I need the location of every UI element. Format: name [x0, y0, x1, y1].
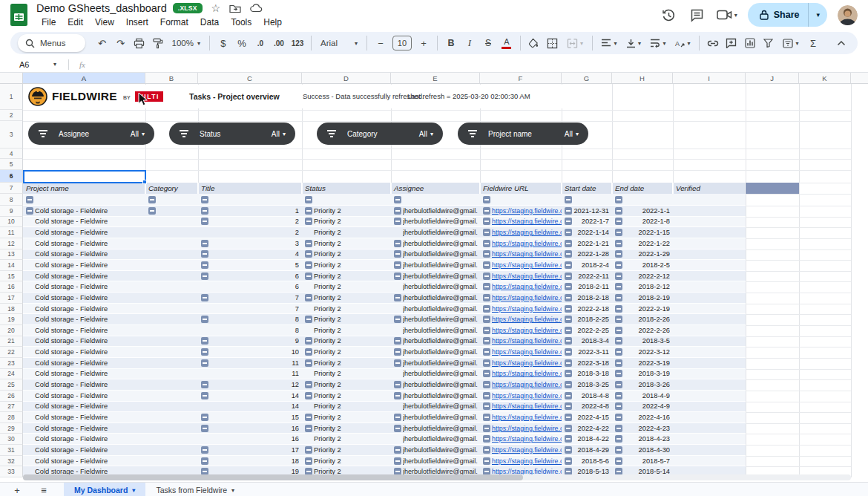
- row-header-2[interactable]: 2: [0, 110, 23, 121]
- cell-chip-button[interactable]: [148, 196, 156, 203]
- cell-status[interactable]: Priority 2: [314, 347, 388, 357]
- filter-chip-project-name[interactable]: Project nameAll▾: [458, 123, 588, 145]
- cell-start-date[interactable]: 2018-3-25: [562, 379, 609, 390]
- cell-start-date[interactable]: 2018-4-22: [562, 434, 609, 444]
- strikethrough-button[interactable]: S: [479, 34, 497, 52]
- table-row[interactable]: Cold storage - Fieldwire7Priority 2jherb…: [23, 304, 746, 315]
- cell-fieldwire-url[interactable]: https://staging.fieldwire.c: [492, 260, 562, 270]
- cell-title[interactable]: 8: [198, 325, 299, 336]
- cell-start-date[interactable]: 2022-1-14: [562, 227, 609, 238]
- cell-project-name[interactable]: Cold storage - Fieldwire: [35, 423, 145, 434]
- cell-chip-button[interactable]: [483, 392, 490, 399]
- cell-title[interactable]: 14: [198, 402, 299, 412]
- undo-button[interactable]: ↶: [93, 34, 111, 52]
- cell-chip-button[interactable]: [305, 207, 312, 215]
- cell-assignee[interactable]: jherbulotfieldwire@gmail.: [403, 293, 480, 303]
- filter-chip-category[interactable]: CategoryAll▾: [317, 123, 443, 145]
- cell-project-name[interactable]: Cold storage - Fieldwire: [35, 325, 145, 336]
- cell-project-name[interactable]: Cold storage - Fieldwire: [35, 391, 145, 401]
- cell-fieldwire-url[interactable]: https://staging.fieldwire.c: [492, 434, 562, 444]
- row-header-3[interactable]: 3: [0, 121, 23, 149]
- row-header-29[interactable]: 29: [0, 423, 23, 434]
- cell-assignee[interactable]: jherbulotfieldwire@gmail.: [403, 304, 480, 314]
- increase-decimals-button[interactable]: .00: [270, 34, 288, 52]
- cell-end-date[interactable]: 2018-2-19: [612, 293, 670, 303]
- cell-fieldwire-url[interactable]: https://staging.fieldwire.c: [492, 358, 562, 368]
- cell-status[interactable]: Priority 2: [314, 379, 388, 390]
- cell-end-date[interactable]: 2018-2-26: [612, 314, 670, 324]
- cell-end-date[interactable]: 2018-5-7: [612, 456, 670, 466]
- cell-status[interactable]: Priority 2: [314, 358, 388, 368]
- cell-status[interactable]: Priority 2: [314, 434, 388, 444]
- cell-chip-button[interactable]: [483, 348, 490, 356]
- cell-fieldwire-url[interactable]: https://staging.fieldwire.c: [492, 281, 562, 292]
- cell-end-date[interactable]: 2022-1-1: [612, 206, 670, 216]
- column-header-K[interactable]: K: [799, 73, 851, 84]
- table-row[interactable]: Cold storage - Fieldwire17Priority 2jher…: [23, 445, 746, 456]
- cell-fieldwire-url[interactable]: https://staging.fieldwire.c: [492, 206, 562, 216]
- menu-item-insert[interactable]: Insert: [121, 16, 154, 28]
- cell-assignee[interactable]: jherbulotfieldwire@gmail.: [403, 217, 480, 227]
- cell-project-name[interactable]: Cold storage - Fieldwire: [35, 281, 145, 292]
- cell-title[interactable]: 12: [198, 379, 299, 390]
- cell-end-date[interactable]: 2018-2-12: [612, 281, 670, 292]
- row-header-23[interactable]: 23: [0, 358, 23, 369]
- cell-end-date[interactable]: 2022-4-23: [612, 423, 670, 434]
- cell-chip-button[interactable]: [305, 337, 312, 345]
- cell-project-name[interactable]: Cold storage - Fieldwire: [35, 336, 145, 347]
- table-header-category[interactable]: Category: [145, 183, 198, 194]
- cell-chip-button[interactable]: [305, 261, 312, 269]
- cell-status[interactable]: Priority 2: [314, 217, 388, 227]
- cell-title[interactable]: 16: [198, 423, 299, 434]
- cell-title[interactable]: 2: [198, 227, 299, 238]
- cell-status[interactable]: Priority 2: [314, 227, 388, 238]
- row-header-30[interactable]: 30: [0, 434, 23, 445]
- filter-chip-value[interactable]: All▾: [272, 130, 286, 138]
- cell-chip-button[interactable]: [483, 250, 490, 258]
- cell-title[interactable]: 4: [198, 249, 299, 260]
- decrease-decimals-button[interactable]: .0: [251, 34, 269, 52]
- cell-fieldwire-url[interactable]: https://staging.fieldwire.c: [492, 227, 562, 238]
- cell-chip-button[interactable]: [483, 261, 490, 269]
- cell-end-date[interactable]: 2022-2-12: [612, 271, 670, 281]
- share-button[interactable]: Share ▾: [748, 3, 827, 27]
- table-row[interactable]: Cold storage - Fieldwire14Priority 2jher…: [23, 402, 746, 413]
- cell-project-name[interactable]: Cold storage - Fieldwire: [35, 379, 145, 390]
- cell-chip-button[interactable]: [305, 425, 312, 432]
- cell-project-name[interactable]: Cold storage - Fieldwire: [35, 260, 145, 270]
- row-header-31[interactable]: 31: [0, 445, 23, 456]
- cell-chip-button[interactable]: [305, 446, 312, 454]
- cell-status[interactable]: Priority 2: [314, 402, 388, 412]
- cell-end-date[interactable]: 2022-2-19: [612, 304, 670, 314]
- cell-chip-button[interactable]: [483, 425, 490, 432]
- cell-end-date[interactable]: 2022-1-29: [612, 249, 670, 260]
- cell-project-name[interactable]: Cold storage - Fieldwire: [35, 271, 145, 281]
- cell-chip-button[interactable]: [394, 446, 401, 454]
- table-row[interactable]: Cold storage - Fieldwire4Priority 2jherb…: [23, 249, 746, 261]
- cell-title[interactable]: 17: [198, 445, 299, 455]
- cell-project-name[interactable]: Cold storage - Fieldwire: [35, 206, 145, 216]
- cell-end-date[interactable]: 2018-4-9: [612, 391, 670, 401]
- cell-assignee[interactable]: jherbulotfieldwire@gmail.: [403, 238, 480, 249]
- table-row[interactable]: Cold storage - Fieldwire5Priority 2jherb…: [23, 260, 746, 271]
- cell-project-name[interactable]: Cold storage - Fieldwire: [35, 314, 145, 324]
- cell-start-date[interactable]: 2022-1-28: [562, 249, 609, 260]
- cell-assignee[interactable]: jherbulotfieldwire@gmail.: [403, 369, 480, 379]
- cell-chip-button[interactable]: [483, 196, 490, 203]
- cell-status[interactable]: Priority 2: [314, 423, 388, 434]
- row-header-7[interactable]: 7: [0, 183, 23, 194]
- cell-chip-button[interactable]: [201, 196, 208, 203]
- cell-chip-button[interactable]: [483, 218, 490, 225]
- font-select[interactable]: Arial ▾: [316, 34, 362, 52]
- row-header-21[interactable]: 21: [0, 336, 23, 347]
- horizontal-align-button[interactable]: ▾: [597, 34, 621, 52]
- cell-chip-button[interactable]: [483, 283, 490, 290]
- cell-fieldwire-url[interactable]: https://staging.fieldwire.c: [492, 271, 562, 281]
- cell-chip-button[interactable]: [394, 348, 401, 356]
- cell-status[interactable]: Priority 2: [314, 249, 388, 260]
- row-header-26[interactable]: 26: [0, 391, 23, 402]
- cell-fieldwire-url[interactable]: https://staging.fieldwire.c: [492, 445, 562, 455]
- table-row[interactable]: Cold storage - Fieldwire16Priority 2jher…: [23, 434, 746, 445]
- cell-chip-button[interactable]: [483, 402, 490, 410]
- cell-chip-button[interactable]: [305, 457, 312, 465]
